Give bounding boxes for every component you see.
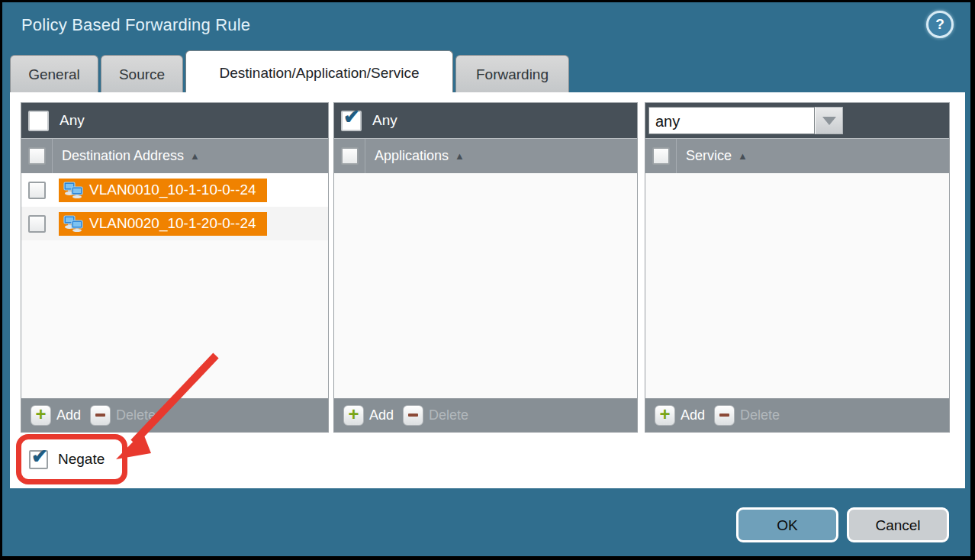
add-button[interactable]: + Add <box>31 405 81 426</box>
network-address-icon <box>63 182 83 198</box>
tab-general[interactable]: General <box>10 55 98 92</box>
header-divider <box>676 139 677 173</box>
service-column: any Service ▲ + Add <box>645 102 950 433</box>
service-column-header: Service ▲ <box>645 138 949 173</box>
destination-column-header: Destination Address ▲ <box>21 138 328 173</box>
applications-list <box>334 173 637 398</box>
service-header-label[interactable]: Service <box>686 148 732 164</box>
destination-row[interactable]: VLAN0010_10-1-10-0--24 <box>21 173 328 207</box>
applications-footer: + Add Delete <box>334 398 637 432</box>
tab-destination-application-service[interactable]: Destination/Application/Service <box>185 50 453 92</box>
help-icon[interactable]: ? <box>926 11 954 38</box>
destination-address-column: ✔ Any Destination Address ▲ <box>21 102 329 433</box>
header-divider <box>365 139 365 173</box>
service-dropdown-value[interactable]: any <box>648 107 815 134</box>
service-footer: + Add Delete <box>645 398 949 432</box>
destination-any-checkbox[interactable]: ✔ <box>28 111 49 131</box>
service-dropdown-button[interactable] <box>815 107 843 134</box>
row-checkbox[interactable] <box>28 215 46 233</box>
sort-ascending-icon[interactable]: ▲ <box>455 150 465 162</box>
add-button[interactable]: + Add <box>343 405 394 426</box>
destination-entry-chip[interactable]: VLAN0020_10-1-20-0--24 <box>59 212 267 236</box>
delete-button[interactable]: Delete <box>90 405 156 426</box>
chevron-down-icon <box>822 117 836 125</box>
add-button[interactable]: + Add <box>655 405 705 426</box>
service-list <box>645 173 949 398</box>
cancel-button[interactable]: Cancel <box>847 507 949 542</box>
destination-any-label: Any <box>60 112 85 129</box>
applications-any-label: Any <box>372 112 397 129</box>
applications-column: ✔ Any Applications ▲ + Add Delete <box>333 102 638 433</box>
delete-button[interactable]: Delete <box>714 405 780 426</box>
plus-icon: + <box>31 405 51 426</box>
applications-any-bar: ✔ Any <box>334 103 637 138</box>
service-dropdown-bar: any <box>645 103 949 138</box>
destination-row[interactable]: VLAN0020_10-1-20-0--24 <box>21 207 328 240</box>
destination-list: VLAN0010_10-1-10-0--24 <box>21 173 328 398</box>
dialog-titlebar: Policy Based Forwarding Rule ? <box>2 2 970 51</box>
tab-source[interactable]: Source <box>101 55 183 92</box>
negate-label: Negate <box>58 451 105 468</box>
header-divider <box>52 139 53 173</box>
tab-content-panel: ✔ Any Destination Address ▲ <box>10 92 965 488</box>
service-select-all-checkbox[interactable] <box>652 147 670 165</box>
tab-bar: General Source Destination/Application/S… <box>2 51 970 92</box>
destination-entry-chip[interactable]: VLAN0010_10-1-10-0--24 <box>59 179 267 202</box>
applications-select-all-checkbox[interactable] <box>341 147 359 165</box>
applications-column-header: Applications ▲ <box>334 138 637 173</box>
row-checkbox[interactable] <box>28 182 46 199</box>
service-dropdown[interactable]: any <box>648 107 843 134</box>
negate-highlight-annotation: ✔ Negate <box>16 434 127 484</box>
policy-based-forwarding-dialog: Policy Based Forwarding Rule ? General S… <box>2 2 970 556</box>
sort-ascending-icon[interactable]: ▲ <box>738 150 748 162</box>
minus-icon <box>714 405 735 426</box>
destination-any-bar: ✔ Any <box>21 103 328 138</box>
network-address-icon <box>63 215 83 232</box>
minus-icon <box>90 405 111 426</box>
destination-entry-label: VLAN0010_10-1-10-0--24 <box>89 182 256 198</box>
destination-select-all-checkbox[interactable] <box>28 147 46 165</box>
destination-entry-label: VLAN0020_10-1-20-0--24 <box>89 215 256 232</box>
sort-ascending-icon[interactable]: ▲ <box>190 150 200 162</box>
applications-header-label[interactable]: Applications <box>375 148 449 164</box>
minus-icon <box>403 405 423 426</box>
plus-icon: + <box>343 405 364 426</box>
destination-footer: + Add Delete <box>21 398 328 432</box>
tab-forwarding[interactable]: Forwarding <box>455 55 569 92</box>
negate-checkbox[interactable]: ✔ <box>29 450 48 469</box>
dialog-title: Policy Based Forwarding Rule <box>21 15 250 35</box>
ok-button[interactable]: OK <box>736 507 838 542</box>
destination-header-label[interactable]: Destination Address <box>62 148 184 164</box>
applications-any-checkbox[interactable]: ✔ <box>341 111 362 131</box>
delete-button[interactable]: Delete <box>403 405 468 426</box>
plus-icon: + <box>655 405 675 426</box>
